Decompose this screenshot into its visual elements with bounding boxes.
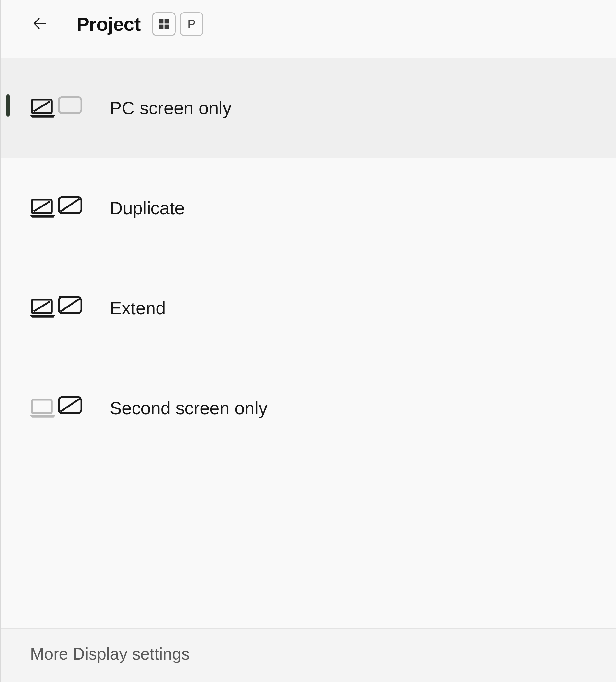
- svg-rect-2: [164, 19, 169, 23]
- svg-rect-1: [159, 19, 163, 23]
- option-extend[interactable]: Extend: [1, 258, 616, 358]
- pc-screen-only-icon: [29, 94, 87, 121]
- option-label: Second screen only: [110, 397, 268, 418]
- windows-key-icon: [152, 12, 176, 36]
- option-pc-screen-only[interactable]: PC screen only: [1, 58, 616, 158]
- flyout-header: Project P: [1, 0, 616, 58]
- option-label: Duplicate: [110, 198, 184, 218]
- project-flyout: Project P: [0, 0, 616, 682]
- option-second-screen-only[interactable]: Second screen only: [1, 358, 616, 458]
- extend-icon: [29, 294, 87, 321]
- second-screen-only-icon: [29, 394, 87, 421]
- svg-rect-3: [159, 25, 163, 29]
- svg-rect-6: [59, 97, 81, 113]
- shortcut-hint: P: [152, 12, 203, 36]
- duplicate-icon: [29, 194, 87, 221]
- back-arrow-icon: [31, 15, 48, 33]
- more-display-settings-link[interactable]: More Display settings: [30, 644, 190, 663]
- back-button[interactable]: [29, 14, 50, 34]
- option-duplicate[interactable]: Duplicate: [1, 158, 616, 258]
- svg-rect-11: [32, 400, 52, 413]
- project-options: PC screen only Duplicate: [1, 58, 616, 628]
- option-label: Extend: [110, 298, 166, 318]
- svg-rect-4: [164, 25, 169, 29]
- shortcut-key: P: [180, 12, 203, 36]
- flyout-title: Project: [76, 13, 140, 35]
- flyout-footer: More Display settings: [1, 628, 616, 682]
- option-label: PC screen only: [110, 97, 232, 118]
